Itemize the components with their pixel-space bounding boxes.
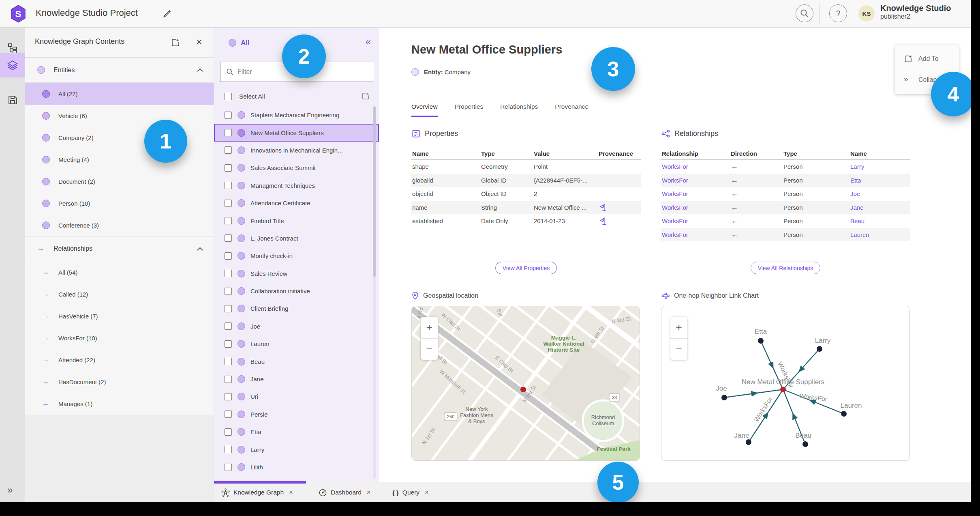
close-tab-icon[interactable]: ×	[367, 488, 371, 497]
link-chart-canvas[interactable]: Etta Larry Joe Lauren Jane Beau New Meta…	[661, 306, 909, 460]
entities-section-header[interactable]: Entities	[25, 58, 214, 83]
map-canvas[interactable]: k Rd W Clay St Sal N 3rd St N 4th St E C…	[412, 306, 640, 461]
search-button[interactable]	[796, 4, 813, 22]
edit-title-pencil-icon[interactable]	[162, 8, 173, 19]
user-block[interactable]: Knowledge Studio publisher2	[880, 4, 951, 20]
entity-list-item[interactable]: New Metal Office Suppliers	[214, 124, 379, 141]
item-checkbox[interactable]	[225, 252, 232, 260]
entity-list-item[interactable]: Managment Techniques	[214, 177, 379, 194]
tab-overview[interactable]: Overview	[411, 103, 438, 117]
zoom-in-button[interactable]: +	[670, 317, 687, 339]
entity-list-item[interactable]: Staplers Mechanical Engineering	[214, 106, 379, 124]
rail-contents-button[interactable]	[0, 53, 25, 77]
entity-list-item[interactable]: Uri	[214, 388, 379, 405]
add-to-new-button[interactable]	[361, 92, 370, 101]
tab-query[interactable]: { } Query ×	[392, 482, 429, 503]
sidebar-relationship-item[interactable]: → All (54)	[25, 261, 214, 283]
entity-list-item[interactable]: Beau	[214, 353, 379, 370]
provenance-flag-icon[interactable]	[598, 203, 641, 211]
relationship-link[interactable]: WorksFor	[661, 217, 730, 224]
item-checkbox[interactable]	[225, 200, 232, 207]
entity-list-item[interactable]: Sales Associate Summit	[214, 159, 379, 176]
item-checkbox[interactable]	[225, 428, 232, 436]
relationships-section-header[interactable]: → Relationships	[25, 236, 214, 261]
sidebar-entity-item[interactable]: Vehicle (6)	[25, 105, 214, 127]
rail-expand-chevrons[interactable]: »	[7, 484, 13, 496]
node-larry[interactable]	[817, 346, 822, 352]
view-all-relationships-button[interactable]: View All Relationships	[751, 262, 820, 274]
entity-list-item[interactable]: Firebird Title	[214, 212, 379, 229]
entity-list-item[interactable]: Innovations in Mechanical Engin...	[214, 142, 379, 159]
item-checkbox[interactable]	[225, 464, 232, 471]
entity-list-item[interactable]: Client Briefing	[214, 300, 379, 317]
relationship-link[interactable]: WorksFor	[661, 231, 730, 238]
provenance-flag-icon[interactable]	[598, 217, 641, 225]
item-checkbox[interactable]	[225, 217, 232, 224]
list-scrollbar[interactable]	[373, 106, 376, 479]
sidebar-relationship-item[interactable]: → HasDocument (2)	[25, 371, 214, 393]
entity-name-link[interactable]: Etta	[849, 177, 910, 184]
rail-save-button[interactable]	[0, 88, 25, 112]
relationship-link[interactable]: WorksFor	[661, 190, 730, 197]
entity-list-item[interactable]: Lauren	[214, 335, 379, 353]
sidebar-entity-item[interactable]: Document (2)	[25, 170, 214, 192]
entity-name-link[interactable]: Joe	[849, 190, 910, 197]
item-checkbox[interactable]	[225, 146, 232, 154]
close-tab-icon[interactable]: ×	[289, 488, 293, 497]
sidebar-relationship-item[interactable]: → Called (12)	[25, 283, 214, 305]
entity-name-link[interactable]: Jane	[849, 204, 910, 211]
entity-list-item[interactable]: Jane	[214, 370, 379, 388]
relationship-link[interactable]: WorksFor	[661, 177, 730, 184]
entity-list-item[interactable]: Larry	[214, 441, 379, 458]
item-checkbox[interactable]	[225, 393, 232, 400]
item-checkbox[interactable]	[225, 182, 232, 189]
map-panel[interactable]: + −	[411, 306, 640, 461]
item-checkbox[interactable]	[225, 376, 232, 383]
entity-list-item[interactable]: Sales Review	[214, 265, 379, 282]
sidebar-relationship-item[interactable]: → WorksFor (10)	[25, 327, 214, 349]
item-checkbox[interactable]	[225, 288, 232, 295]
sidebar-relationship-item[interactable]: → Manages (1)	[25, 393, 214, 415]
item-checkbox[interactable]	[225, 305, 232, 312]
entity-list-item[interactable]: Attendance Certificate	[214, 194, 379, 212]
link-chart-panel[interactable]: + −	[661, 306, 910, 461]
item-checkbox[interactable]	[225, 270, 232, 277]
node-lauren[interactable]	[841, 411, 847, 417]
item-checkbox[interactable]	[225, 411, 232, 418]
close-tab-icon[interactable]: ×	[425, 488, 429, 497]
help-button[interactable]: ?	[829, 4, 847, 22]
entity-list-item[interactable]: L. Jones Contract	[214, 230, 379, 247]
item-checkbox[interactable]	[225, 129, 232, 136]
collapse-panel-chevrons[interactable]: «	[366, 36, 371, 47]
chevron-up-icon[interactable]	[197, 247, 203, 251]
zoom-out-button[interactable]: −	[670, 339, 687, 360]
tab-relationships[interactable]: Relationships	[500, 103, 538, 117]
item-checkbox[interactable]	[225, 112, 232, 119]
entity-list-item[interactable]: Etta	[214, 423, 379, 441]
sidebar-relationship-item[interactable]: → HasVehicle (7)	[25, 305, 214, 327]
sidebar-entity-item[interactable]: Conference (3)	[25, 214, 214, 236]
scrollbar-thumb[interactable]	[373, 106, 376, 277]
tab-properties[interactable]: Properties	[455, 103, 484, 117]
entity-list-item[interactable]: Lilith	[214, 458, 379, 476]
add-to-menu-item[interactable]: Add To	[895, 54, 959, 66]
sidebar-relationship-item[interactable]: → Attended (22)	[25, 349, 214, 371]
sidebar-entity-item[interactable]: All (27)	[25, 83, 214, 105]
add-to-new-button[interactable]	[171, 38, 180, 47]
zoom-in-button[interactable]: +	[421, 317, 438, 339]
view-all-properties-button[interactable]: View All Properties	[495, 262, 557, 274]
item-checkbox[interactable]	[225, 164, 232, 172]
select-all-checkbox[interactable]	[225, 93, 232, 100]
item-checkbox[interactable]	[225, 322, 232, 330]
sidebar-entity-item[interactable]: Meeting (4)	[25, 148, 214, 170]
entity-list-item[interactable]: Joe	[214, 318, 379, 335]
relationship-link[interactable]: WorksFor	[661, 163, 730, 170]
entity-list-item[interactable]: Montly check-in	[214, 247, 379, 264]
node-center[interactable]	[780, 387, 786, 392]
item-checkbox[interactable]	[225, 446, 232, 453]
entity-name-link[interactable]: Lauren	[849, 231, 910, 238]
node-jane[interactable]	[746, 439, 751, 445]
tab-provenance[interactable]: Provenance	[555, 103, 588, 117]
node-beau[interactable]	[802, 441, 808, 447]
node-etta[interactable]	[758, 338, 764, 344]
